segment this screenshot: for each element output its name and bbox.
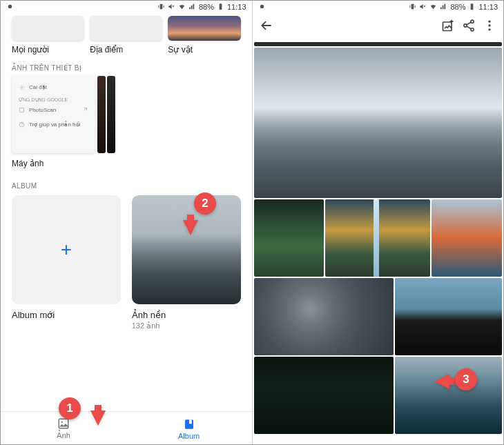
- places-label: Địa điểm: [90, 45, 162, 55]
- svg-point-29: [488, 28, 490, 30]
- svg-rect-14: [189, 419, 192, 424]
- add-photo-button[interactable]: [441, 19, 455, 35]
- gallery-photo-top[interactable]: [254, 42, 503, 46]
- notification-dot-icon: [258, 3, 266, 12]
- left-screen: 88% 11:13 Mọi người Địa điểm Sự vật ẢNH …: [1, 1, 253, 444]
- album-section-header: ALBUM: [1, 172, 252, 194]
- arrow-3: [434, 374, 449, 389]
- menu-photoscan[interactable]: PhotoScan: [12, 103, 95, 117]
- gallery-photo-pebbles[interactable]: [254, 278, 394, 355]
- menu-help[interactable]: Trợ giúp và phản hồi: [12, 117, 95, 132]
- notification-dot-icon: [6, 3, 14, 12]
- marker-3: 3: [455, 368, 477, 390]
- svg-point-12: [61, 422, 63, 423]
- new-album-card[interactable]: + Album mới: [12, 195, 121, 330]
- places-thumb: [90, 16, 162, 41]
- battery-icon: [468, 3, 476, 12]
- wallpaper-album-title: Ảnh nền: [132, 310, 241, 320]
- back-button[interactable]: [260, 19, 273, 35]
- album-topbar: [253, 13, 504, 41]
- svg-point-15: [260, 4, 264, 8]
- gallery-photo-forest1[interactable]: [254, 199, 324, 277]
- gallery-photo-bridge[interactable]: [432, 199, 502, 277]
- category-things[interactable]: Sự vật: [168, 16, 240, 55]
- new-album-label: Album mới: [12, 310, 121, 320]
- svg-rect-21: [471, 3, 474, 9]
- gallery-photo-river[interactable]: [325, 199, 430, 277]
- signal-icon: [440, 3, 447, 12]
- svg-point-27: [488, 21, 490, 23]
- menu-photoscan-label: PhotoScan: [29, 107, 56, 113]
- share-button[interactable]: [462, 19, 476, 35]
- vibrate-icon: [157, 3, 165, 12]
- svg-rect-7: [220, 3, 222, 3]
- mute-icon: [168, 3, 175, 12]
- things-thumb: [168, 16, 240, 41]
- wifi-icon: [178, 3, 186, 12]
- battery-percent: 88%: [199, 3, 214, 11]
- device-photos-card[interactable]: Cài đặt ỨNG DỤNG GOOGLE PhotoScan Trợ gi…: [12, 76, 241, 153]
- nav-album-label: Album: [178, 432, 200, 440]
- marker-2: 2: [194, 192, 216, 215]
- nav-album[interactable]: Album: [126, 412, 252, 444]
- vibrate-icon: [409, 3, 416, 12]
- overlay-menu: Cài đặt ỨNG DỤNG GOOGLE PhotoScan Trợ gi…: [12, 76, 95, 153]
- people-thumb: [12, 16, 84, 41]
- svg-rect-22: [472, 3, 473, 3]
- status-time: 11:13: [227, 3, 246, 11]
- nav-photos-label: Ảnh: [57, 431, 70, 440]
- svg-rect-9: [20, 108, 24, 112]
- svg-point-28: [488, 24, 490, 26]
- menu-settings-label: Cài đặt: [29, 84, 47, 90]
- gallery-photo-darkforest[interactable]: [254, 357, 394, 434]
- category-people[interactable]: Mọi người: [12, 16, 84, 55]
- right-screen: 88% 11:13: [253, 1, 504, 444]
- battery-percent: 88%: [450, 3, 465, 11]
- categories-row: Mọi người Địa điểm Sự vật: [1, 16, 252, 55]
- gallery-photo-mountain[interactable]: [254, 48, 503, 198]
- people-label: Mọi người: [12, 45, 84, 55]
- mute-icon: [419, 3, 427, 12]
- menu-help-label: Trợ giúp và phản hồi: [29, 121, 80, 128]
- wallpaper-album-count: 132 ảnh: [132, 322, 241, 330]
- menu-settings[interactable]: Cài đặt: [12, 80, 95, 95]
- camera-folder-label: Máy ảnh: [1, 153, 252, 172]
- signal-icon: [188, 3, 196, 12]
- status-bar: 88% 11:13: [1, 1, 252, 13]
- category-places[interactable]: Địa điểm: [90, 16, 162, 55]
- albums-row: + Album mới Ảnh nền 132 ảnh: [1, 194, 252, 330]
- wifi-icon: [429, 3, 437, 12]
- svg-rect-11: [59, 419, 68, 428]
- status-time: 11:13: [478, 3, 498, 11]
- battery-icon: [217, 3, 224, 12]
- wallpaper-album-thumb[interactable]: [132, 195, 241, 304]
- status-bar-right: 88% 11:13: [253, 1, 504, 13]
- svg-rect-6: [220, 3, 222, 9]
- arrow-2: [183, 220, 198, 235]
- menu-google-apps-header: ỨNG DỤNG GOOGLE: [12, 95, 95, 103]
- arrow-1: [90, 411, 106, 426]
- new-album-box[interactable]: +: [12, 195, 121, 304]
- svg-point-8: [21, 86, 22, 88]
- gallery-photo-coast[interactable]: [395, 278, 502, 355]
- more-button[interactable]: [483, 19, 496, 35]
- svg-point-0: [8, 4, 12, 8]
- svg-rect-16: [411, 3, 414, 8]
- camera-preview-strips: [97, 76, 115, 153]
- marker-1: 1: [59, 397, 81, 419]
- gallery-photo-sea[interactable]: [395, 357, 502, 434]
- bottom-nav: Ảnh Album: [1, 411, 252, 444]
- svg-rect-1: [160, 3, 163, 8]
- plus-icon: +: [61, 239, 72, 261]
- device-section-header: ẢNH TRÊN THIẾT BỊ: [1, 55, 252, 76]
- things-label: Sự vật: [168, 45, 240, 55]
- wallpaper-album-card[interactable]: Ảnh nền 132 ảnh: [132, 195, 241, 330]
